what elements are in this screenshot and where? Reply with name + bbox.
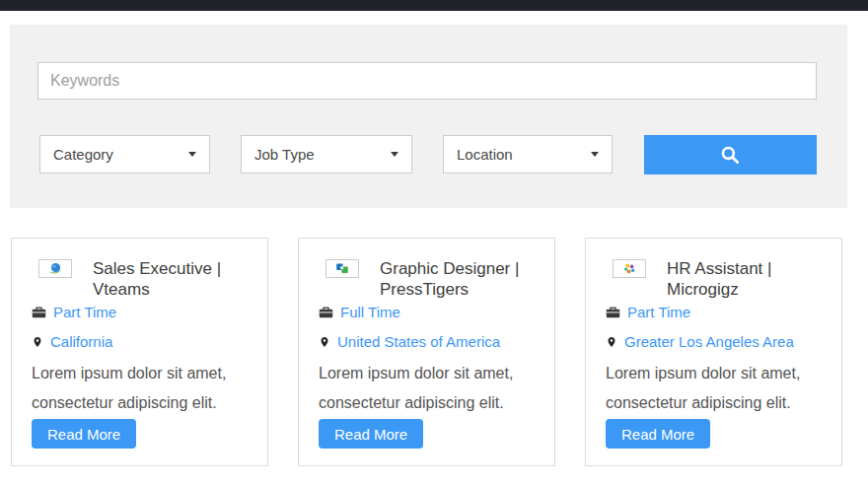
category-dropdown[interactable]: Category	[39, 135, 210, 173]
job-description: Lorem ipsum dolor sit amet, consectetur …	[319, 359, 543, 418]
job-type-link[interactable]: Full Time	[340, 304, 400, 320]
job-location-row: Greater Los Angeles Area	[606, 333, 794, 350]
job-title: HR Assistant | Microgigz	[667, 258, 832, 300]
job-location-row: United States of America	[319, 333, 500, 350]
map-pin-icon	[32, 334, 43, 350]
job-description: Lorem ipsum dolor sit amet, consectetur …	[32, 359, 256, 418]
page: Category Job Type Location	[0, 0, 868, 485]
job-type-row: Part Time	[606, 304, 690, 320]
category-dropdown-label: Category	[53, 146, 113, 163]
job-search-panel: Category Job Type Location	[10, 25, 847, 208]
microgigz-logo	[613, 259, 646, 278]
map-pin-icon	[606, 334, 617, 350]
job-title: Graphic Designer | PressTigers	[380, 258, 545, 300]
job-location-link[interactable]: Greater Los Angeles Area	[624, 333, 794, 350]
read-more-button[interactable]: Read More	[32, 419, 136, 449]
job-location-link[interactable]: United States of America	[337, 333, 500, 350]
location-dropdown-label: Location	[457, 146, 513, 163]
job-type-link[interactable]: Part Time	[627, 304, 690, 320]
search-button[interactable]	[644, 135, 817, 174]
job-listings: Sales Executive | Vteams Part Time	[11, 238, 844, 466]
location-dropdown[interactable]: Location	[443, 135, 613, 173]
top-navigation-bar	[0, 0, 868, 11]
read-more-button[interactable]: Read More	[606, 419, 710, 449]
keywords-input[interactable]	[37, 62, 817, 100]
map-pin-icon	[319, 334, 330, 350]
job-type-dropdown-label: Job Type	[254, 146, 315, 163]
search-icon	[718, 143, 743, 168]
job-location-link[interactable]: California	[50, 333, 112, 350]
chevron-down-icon	[391, 152, 398, 157]
job-card: HR Assistant | Microgigz Part Time	[585, 238, 842, 466]
job-type-row: Part Time	[32, 304, 116, 320]
job-type-row: Full Time	[319, 304, 400, 320]
vteams-logo	[38, 259, 72, 278]
job-description: Lorem ipsum dolor sit amet, consectetur …	[606, 359, 831, 418]
briefcase-icon	[319, 306, 333, 319]
presstigers-logo	[326, 259, 359, 278]
job-card: Sales Executive | Vteams Part Time	[11, 238, 268, 466]
chevron-down-icon	[188, 152, 196, 157]
job-type-dropdown[interactable]: Job Type	[241, 135, 412, 173]
job-card: Graphic Designer | PressTigers Full Time	[298, 238, 555, 466]
job-title: Sales Executive | Vteams	[93, 258, 258, 300]
read-more-button[interactable]: Read More	[319, 419, 423, 449]
job-type-link[interactable]: Part Time	[53, 304, 116, 320]
job-location-row: California	[32, 333, 112, 350]
briefcase-icon	[32, 306, 46, 319]
briefcase-icon	[606, 306, 620, 319]
chevron-down-icon	[591, 152, 599, 157]
